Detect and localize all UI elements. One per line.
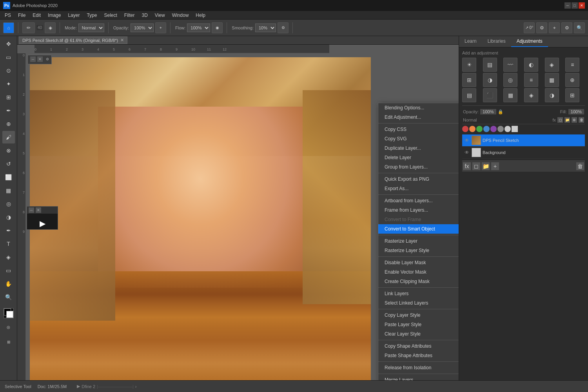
menu-image[interactable]: Image [45,12,64,19]
adj-exposure[interactable]: ◐ [524,58,538,72]
swatch-more[interactable]: + [512,126,518,132]
ctx-convert-smart-object[interactable]: Convert to Smart Object [378,224,459,234]
opacity-select[interactable]: 100% [131,24,154,32]
ctx-blending-options[interactable]: Blending Options... [378,103,459,113]
layer-mask-btn[interactable]: ◻ [557,117,563,123]
lasso-tool[interactable]: ⊙ [2,64,15,77]
ctx-rasterize-layer[interactable]: Rasterize Layer [378,236,459,246]
adj-threshold[interactable]: ⬛ [483,88,497,102]
maximize-button[interactable]: □ [572,2,578,9]
pressure-opacity-btn[interactable]: ⌖ [155,22,166,33]
ctx-frame-from-layers[interactable]: Frame from Layers... [378,205,459,215]
adj-selective-color[interactable]: ◈ [524,88,538,102]
adj-posterize[interactable]: ▤ [462,88,476,102]
dodge-tool[interactable]: ◑ [2,211,15,223]
ctx-rasterize-layer-style[interactable]: Rasterize Layer Style [378,246,459,255]
ctx-copy-layer-style[interactable]: Copy Layer Style [378,310,459,320]
zoom-tool[interactable]: 🔍 [2,291,15,303]
quick-mask-btn[interactable]: ◎ [2,321,15,333]
swatch-white[interactable] [505,126,511,132]
video-close-btn[interactable]: ✕ [36,207,41,213]
magic-wand-tool[interactable]: ✦ [2,78,15,90]
layer-eye-1[interactable]: 👁 [465,150,470,155]
timeline-arrow[interactable]: › [135,384,137,389]
panel-close-btn[interactable]: ✕ [37,56,43,62]
adj-curves[interactable]: 〰 [503,58,517,72]
screen-mode-btn[interactable]: ⊞ [2,336,15,348]
adj-color-lookup[interactable]: ▦ [545,73,559,87]
ctx-select-linked-layers[interactable]: Select Linked Layers [378,298,459,308]
layer-fill-value[interactable]: 100% [568,109,584,114]
new-group-btn[interactable]: 📁 [482,162,490,170]
menu-file[interactable]: File [15,12,29,19]
shape-tool[interactable]: ▭ [2,264,15,277]
swatch-violet[interactable] [490,126,497,132]
adj-channel-mixer[interactable]: ≡ [524,73,538,87]
ctx-paste-layer-style[interactable]: Paste Layer Style [378,320,459,329]
new-fill-btn[interactable]: fx [463,162,471,170]
video-collapse-btn[interactable]: ─ [29,207,34,213]
eraser-tool[interactable]: ⬜ [2,171,15,183]
heal-tool[interactable]: ⊕ [2,118,15,130]
ctx-quick-export-png[interactable]: Quick Export as PNG [378,174,459,184]
menu-ps[interactable]: PS [2,12,14,19]
search-btn[interactable]: 🔍 [574,22,585,33]
menu-select[interactable]: Select [101,12,120,19]
history-tool[interactable]: ↺ [2,158,15,170]
adj-patterns[interactable]: ⊞ [565,88,579,102]
adj-invert[interactable]: ⊕ [565,73,579,87]
settings-btn[interactable]: ⚙ [561,22,572,33]
tab-libraries[interactable]: Libraries [482,36,511,47]
text-tool[interactable]: T [2,238,15,250]
ctx-delete-layer[interactable]: Delete Layer [378,153,459,162]
home-button[interactable]: ⌂ [3,22,14,33]
brush-tool-btn[interactable]: ✏ [22,22,35,33]
menu-3d[interactable]: 3D [138,12,151,19]
menu-help[interactable]: Help [192,12,209,19]
angle-btn[interactable]: ↗ 0° [524,22,535,33]
blur-tool[interactable]: ◎ [2,198,15,210]
ctx-create-clipping-mask[interactable]: Create Clipping Mask [378,277,459,286]
layer-group-btn[interactable]: 📁 [564,117,570,123]
menu-type[interactable]: Type [83,12,100,19]
ctx-artboard-from-layers[interactable]: Artboard from Layers... [378,196,459,205]
layer-eye-0[interactable]: 👁 [465,138,470,143]
close-button[interactable]: ✕ [579,2,585,9]
adj-gradient-map[interactable]: ▦ [503,88,517,102]
brush-tool[interactable]: 🖌 [2,131,15,143]
add-mask-btn[interactable]: ◻ [472,162,480,170]
ctx-copy-css[interactable]: Copy CSS [378,125,459,134]
ctx-copy-svg[interactable]: Copy SVG [378,134,459,143]
delete-layer-footer-btn[interactable]: 🗑 [576,162,584,170]
swatch-blue[interactable] [483,126,490,132]
ctx-copy-shape-attributes[interactable]: Copy Shape Attributes [378,341,459,351]
video-panel[interactable]: ─ ✕ ▶ [27,206,58,230]
adj-bw[interactable]: ◑ [483,73,497,87]
adj-vibrance[interactable]: ◈ [545,58,559,72]
swatch-red[interactable] [462,126,468,132]
fg-color[interactable] [4,308,14,318]
hand-tool[interactable]: ✋ [2,278,15,290]
symmetry-btn[interactable]: ⚙ [536,22,547,33]
ctx-link-layers[interactable]: Link Layers [378,289,459,298]
path-select-tool[interactable]: ◈ [2,251,15,263]
minimize-button[interactable]: ─ [564,2,571,9]
canvas-document[interactable] [30,57,371,380]
layer-row-1[interactable]: 👁 Background [462,147,585,159]
layer-delete-btn[interactable]: 🗑 [579,117,584,123]
tab-adjustments[interactable]: Adjustments [511,36,548,47]
ctx-paste-shape-attributes[interactable]: Paste Shape Attributes [378,351,459,360]
adj-shadows[interactable]: ◑ [545,88,559,102]
menu-filter[interactable]: Filter [121,12,138,19]
ctx-clear-layer-style[interactable]: Clear Layer Style [378,329,459,339]
menu-edit[interactable]: Edit [29,12,44,19]
ctx-enable-vector-mask[interactable]: Enable Vector Mask [378,267,459,277]
doc-tab[interactable]: DPS Pencil Sketch.tif @ 61.6% (Original,… [19,36,127,44]
smoothing-select[interactable]: 10% [255,24,276,32]
airbrush-btn[interactable]: ◉ [212,22,223,33]
ctx-merge-layers[interactable]: Merge Layers [378,375,459,380]
adj-photo-filter[interactable]: ◎ [503,73,517,87]
layer-adj-btn[interactable]: ⊕ [572,117,577,123]
clone-tool[interactable]: ⊗ [2,144,15,157]
menu-view[interactable]: View [152,12,168,19]
